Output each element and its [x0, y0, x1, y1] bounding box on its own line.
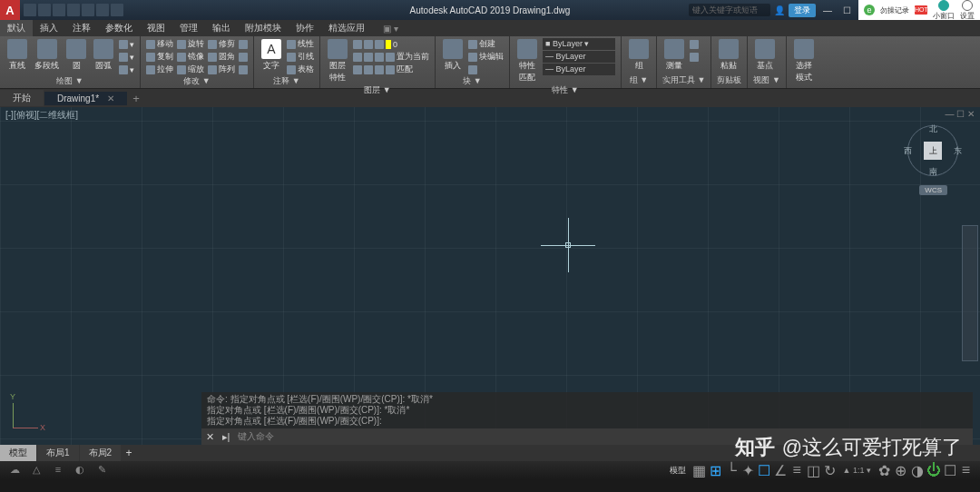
anno-monitor-icon[interactable]: ⊕ [894, 464, 907, 477]
tab-insert[interactable]: 插入 [33, 20, 65, 36]
wcs-badge[interactable]: WCS [919, 185, 947, 195]
qat-redo-icon[interactable] [111, 4, 123, 16]
doc-tab-start[interactable]: 开始 [0, 90, 44, 106]
tab-collab[interactable]: 协作 [289, 20, 321, 36]
create-block-button[interactable]: 创建 [468, 38, 504, 50]
color-combo[interactable]: ■ ByLayer ▾ [543, 38, 615, 50]
layout-tab-model[interactable]: 模型 [0, 445, 36, 461]
tab-annotate[interactable]: 注释 [65, 20, 98, 36]
draw-flyout-1[interactable]: ▾ [119, 38, 134, 50]
paste-button[interactable]: 粘贴 [717, 38, 740, 73]
osnap-toggle-icon[interactable]: ☐ [758, 464, 771, 477]
group-groups-label[interactable]: 组 ▼ [627, 74, 651, 86]
group-block-label[interactable]: 块 ▼ [441, 75, 504, 87]
navigation-bar[interactable] [962, 225, 978, 361]
clean-screen-icon[interactable]: ☐ [943, 464, 956, 477]
linetype-combo[interactable]: — ByLayer [543, 64, 615, 75]
cycling-icon[interactable]: ↻ [823, 464, 837, 477]
tab-featured[interactable]: 精选应用 [321, 20, 372, 36]
new-doc-button[interactable]: + [128, 92, 144, 105]
record-button[interactable]: 勿操记录 [880, 5, 909, 15]
lwt-toggle-icon[interactable]: ≡ [790, 464, 804, 477]
viewport-close-icon[interactable]: ✕ [967, 109, 975, 119]
tab-addins[interactable]: 附加模块 [238, 20, 289, 36]
viewcube-west[interactable]: 西 [904, 145, 912, 157]
group-utils-label[interactable]: 实用工具 ▼ [662, 74, 705, 86]
polar-toggle-icon[interactable]: ✦ [741, 464, 755, 477]
lineweight-combo[interactable]: — ByLayer [543, 51, 615, 63]
snap-toggle-icon[interactable]: ⊞ [709, 464, 722, 477]
viewport-min-icon[interactable]: — [945, 109, 954, 119]
qat-save-icon[interactable] [53, 4, 65, 16]
group-props-label[interactable]: 特性 ▼ [515, 84, 615, 96]
fillet-button[interactable]: 圆角 [208, 51, 235, 63]
modify-extra3[interactable] [239, 64, 248, 75]
contrast-icon[interactable]: ◐ [73, 464, 87, 477]
grid-toggle-icon[interactable]: ▦ [692, 464, 706, 477]
circle-button[interactable]: 圆 [64, 38, 88, 73]
user-icon[interactable]: 👤 [774, 5, 785, 15]
customize-status-icon[interactable]: ≡ [959, 464, 973, 477]
layout-tab-2[interactable]: 布局2 [80, 445, 122, 461]
group-annotate-label[interactable]: 注释 ▼ [260, 75, 314, 87]
command-close-icon[interactable]: ✕ [201, 431, 218, 443]
util-1[interactable] [690, 38, 699, 50]
tab-manage[interactable]: 管理 [172, 20, 205, 36]
array-button[interactable]: 阵列 [208, 64, 235, 75]
insert-block-button[interactable]: 插入 [441, 38, 465, 73]
workspace-icon[interactable]: ✿ [877, 464, 891, 477]
mirror-button[interactable]: 镜像 [177, 51, 204, 63]
add-layout-button[interactable]: + [122, 447, 136, 459]
modify-extra1[interactable] [239, 38, 248, 50]
viewcube-top-face[interactable]: 上 [924, 142, 942, 160]
line-button[interactable]: 直线 [5, 38, 29, 73]
browser-e-icon[interactable]: e [864, 5, 875, 15]
window-max-icon[interactable]: ☐ [839, 5, 855, 15]
hot-badge[interactable]: HOT [915, 5, 927, 15]
draw-flyout-3[interactable]: ▾ [119, 64, 134, 75]
qat-undo-icon[interactable] [96, 4, 109, 16]
select-mode-button[interactable]: 选择 模式 [792, 38, 816, 84]
text-button[interactable]: A文字 [260, 38, 283, 73]
edit-icon[interactable]: ✎ [94, 464, 109, 477]
small-window-button[interactable]: 小窗口 [933, 0, 955, 21]
ortho-toggle-icon[interactable]: └ [725, 464, 739, 477]
rotate-button[interactable]: 旋转 [177, 38, 204, 50]
tab-default[interactable]: 默认 [0, 20, 33, 36]
tri-status-icon[interactable]: △ [29, 464, 44, 477]
menu-status-icon[interactable]: ≡ [51, 464, 65, 477]
tab-view[interactable]: 视图 [140, 20, 172, 36]
group-button[interactable]: 组 [627, 38, 651, 73]
arc-button[interactable]: 圆弧 [92, 38, 115, 73]
app-logo[interactable]: A [0, 0, 20, 20]
layer-on-icon[interactable] [364, 40, 373, 49]
group-layers-label[interactable]: 图层 ▼ [326, 84, 429, 96]
draw-flyout-2[interactable]: ▾ [119, 51, 134, 63]
qat-open-icon[interactable] [38, 4, 51, 16]
base-button[interactable]: 基点 [753, 38, 777, 73]
layer-state-icon[interactable] [353, 40, 362, 49]
group-modify-label[interactable]: 修改 ▼ [146, 75, 248, 87]
layer-tool-row[interactable]: 置为当前 [353, 51, 429, 63]
move-button[interactable]: 移动 [146, 38, 173, 50]
scale-button[interactable]: 缩放 [177, 64, 204, 75]
tab-expand-icon[interactable]: ▣ ▾ [376, 22, 406, 35]
modelspace-toggle[interactable]: 模型 [666, 465, 690, 477]
viewcube-east[interactable]: 东 [954, 145, 962, 157]
close-tab-icon[interactable]: ✕ [107, 93, 114, 103]
help-search-input[interactable]: 键入关键字或短语 [689, 4, 770, 16]
measure-button[interactable]: 测量 [662, 38, 686, 73]
modify-extra2[interactable] [239, 51, 248, 63]
linear-dim-button[interactable]: 线性 [287, 38, 314, 50]
group-view-label[interactable]: 视图 ▼ [753, 74, 779, 86]
viewport-max-icon[interactable]: ☐ [956, 109, 965, 119]
otrack-toggle-icon[interactable]: ∠ [774, 464, 788, 477]
cloud-status-icon[interactable]: ☁ [7, 464, 22, 477]
layer-freeze-icon[interactable] [375, 40, 384, 49]
doc-tab-drawing1[interactable]: Drawing1* ✕ [44, 92, 127, 105]
qat-saveas-icon[interactable] [67, 4, 80, 16]
anno-scale[interactable]: ▲ 1:1 ▾ [839, 466, 875, 475]
layer-tool-row2[interactable]: 匹配 [353, 64, 429, 75]
leader-button[interactable]: 引线 [287, 51, 314, 63]
window-min-icon[interactable]: — [819, 5, 836, 15]
